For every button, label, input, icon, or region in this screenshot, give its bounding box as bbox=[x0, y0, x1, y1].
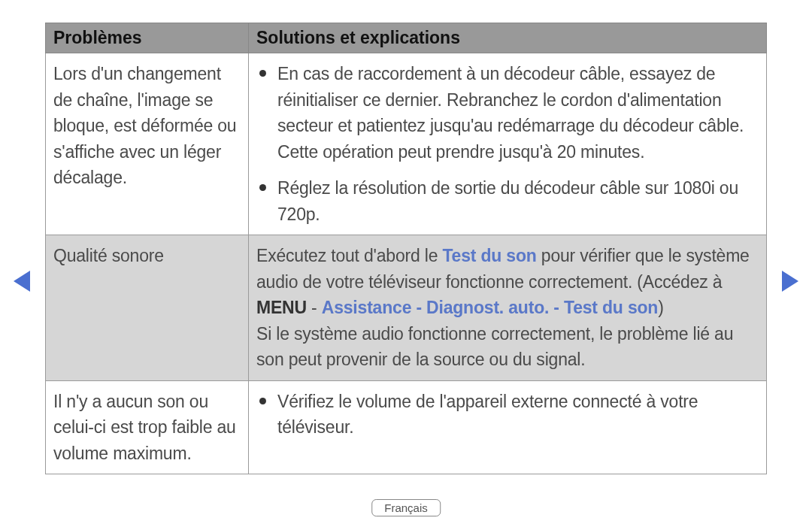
troubleshooting-page: Problèmes Solutions et explications Lors… bbox=[45, 23, 767, 474]
highlight-menu: MENU bbox=[256, 298, 307, 317]
solution-cell: Vérifiez le volume de l'appareil externe… bbox=[249, 380, 767, 474]
chevron-left-icon bbox=[14, 271, 30, 292]
highlight-menu-path: Assistance - Diagnost. auto. - Test du s… bbox=[322, 298, 658, 317]
table-row: Lors d'un changement de chaîne, l'image … bbox=[46, 53, 767, 235]
chevron-right-icon bbox=[782, 271, 798, 292]
solution-bullet: En cas de raccordement à un décodeur câb… bbox=[277, 61, 757, 165]
solution-cell: En cas de raccordement à un décodeur câb… bbox=[249, 53, 767, 235]
table-row: Il n'y a aucun son ou celui-ci est trop … bbox=[46, 380, 767, 474]
solution-bullet: Réglez la résolution de sortie du décode… bbox=[277, 175, 757, 227]
highlight-sound-test: Test du son bbox=[442, 246, 536, 265]
solution-text: Si le système audio fonctionne correctem… bbox=[256, 321, 757, 373]
header-problems: Problèmes bbox=[46, 23, 249, 53]
solution-bullet: Vérifiez le volume de l'appareil externe… bbox=[277, 389, 757, 441]
solution-cell: Exécutez tout d'abord le Test du son pou… bbox=[249, 235, 767, 381]
solution-text: - bbox=[307, 298, 322, 317]
problem-cell: Lors d'un changement de chaîne, l'image … bbox=[46, 53, 249, 235]
language-indicator: Français bbox=[371, 499, 441, 516]
solution-text: Exécutez tout d'abord le bbox=[256, 246, 442, 265]
table-row: Qualité sonore Exécutez tout d'abord le … bbox=[46, 235, 767, 381]
header-solutions: Solutions et explications bbox=[249, 23, 767, 53]
problem-cell: Qualité sonore bbox=[46, 235, 249, 381]
prev-page-arrow[interactable] bbox=[14, 271, 30, 297]
troubleshooting-table: Problèmes Solutions et explications Lors… bbox=[45, 23, 767, 474]
problem-cell: Il n'y a aucun son ou celui-ci est trop … bbox=[46, 380, 249, 474]
next-page-arrow[interactable] bbox=[782, 271, 798, 297]
solution-text: ) bbox=[658, 298, 663, 317]
